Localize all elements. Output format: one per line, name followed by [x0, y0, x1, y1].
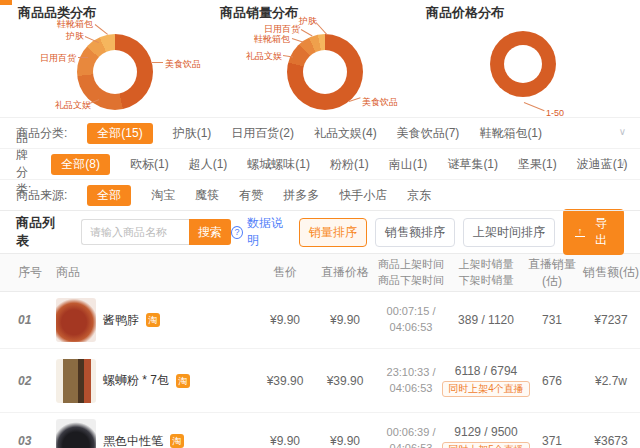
filter-label: 商品来源: [16, 187, 67, 204]
listing-time-cell: 00:07:15 / 04:06:53 [372, 304, 450, 336]
callout-line [152, 62, 163, 63]
table-row[interactable]: 02 螺蛳粉 * 7包 淘 ¥39.90 ¥39.90 23:10:33 / 0… [0, 349, 640, 413]
live-sales-cell: 731 [522, 313, 582, 327]
brand-filter-6[interactable]: 谜草集(1) [447, 156, 498, 173]
brand-filter-2[interactable]: 超人(1) [189, 156, 228, 173]
toolbar-right: 数据说明 销量排序 销售额排序 上架时间排序 导出 [231, 209, 624, 255]
filter-row-category: 商品分类: 全部(15) 护肤(1) 日用百货(2) 礼品文娱(4) 美食饮品(… [0, 118, 640, 149]
data-note-label: 数据说明 [247, 215, 291, 249]
chart2-label-gifts: 礼品文娱 [246, 50, 282, 63]
search-button[interactable]: 搜索 [189, 219, 231, 245]
brand-filter-4[interactable]: 粉粉(1) [330, 156, 369, 173]
chart1-label-daily: 日用百货 [40, 52, 76, 65]
export-icon [575, 227, 585, 237]
col-live-sales: 直播销量(估) [522, 256, 582, 290]
listing-sales-cell: 6118 / 6794 同时上架4个直播 [450, 364, 522, 397]
row-index: 03 [12, 434, 56, 448]
callout-line [283, 55, 293, 57]
price-cell: ¥39.90 [252, 374, 318, 388]
source-filter-pdd[interactable]: 拼多多 [283, 187, 319, 204]
brand-filter-all[interactable]: 全部(8) [51, 154, 110, 175]
source-filter-kuaishou[interactable]: 快手小店 [339, 187, 387, 204]
sales-donut-chart [287, 34, 363, 110]
col-listing-time-on: 商品上架时间 [372, 258, 450, 271]
row-index: 01 [12, 313, 56, 327]
search-input[interactable] [81, 219, 189, 245]
col-price: 售价 [252, 264, 318, 281]
category-filter-gifts[interactable]: 礼品文娱(4) [314, 125, 377, 142]
price-cell: ¥9.90 [252, 434, 318, 448]
chevron-down-icon[interactable] [619, 126, 626, 137]
category-filter-food[interactable]: 美食饮品(7) [397, 125, 460, 142]
live-price-cell: ¥9.90 [318, 434, 372, 448]
category-filter-all[interactable]: 全部(15) [87, 123, 152, 144]
price-chart-title: 商品价格分布 [426, 4, 504, 22]
category-filter-shoes[interactable]: 鞋靴箱包(1) [479, 125, 542, 142]
data-note-link[interactable]: 数据说明 [231, 215, 291, 249]
callout-line [78, 57, 88, 58]
table-row[interactable]: 01 酱鸭脖 淘 ¥9.90 ¥9.90 00:07:15 / 04:06:53… [0, 292, 640, 349]
export-label: 导出 [590, 215, 612, 249]
brand-filter-1[interactable]: 欧标(1) [130, 156, 169, 173]
export-button[interactable]: 导出 [563, 209, 624, 255]
table-header: 序号 商品 售价 直播价格 商品上架时间 商品下架时间 上架时销量 下架时销量 … [0, 253, 640, 292]
live-sales-cell: 371 [522, 434, 582, 448]
taobao-source-icon: 淘 [170, 434, 184, 448]
col-listing-sales: 上架时销量 下架时销量 [450, 258, 522, 286]
sales-chart-title: 商品销量分布 [220, 4, 298, 22]
brand-filter-5[interactable]: 南山(1) [389, 156, 428, 173]
time-off: 04:06:53 [372, 320, 450, 336]
source-filter-jd[interactable]: 京东 [407, 187, 431, 204]
filter-row-brand: 品牌分类: 全部(8) 欧标(1) 超人(1) 螺城螺味(1) 粉粉(1) 南山… [0, 149, 640, 180]
product-name: 黑色中性笔 [103, 433, 163, 448]
donut-hole [93, 50, 137, 94]
time-off: 04:06:53 [372, 441, 450, 448]
product-analytics-page: 商品品类分布 商品销量分布 商品价格分布 鞋靴箱包 护肤 日用百货 礼品文娱 美… [0, 0, 640, 448]
product-cell: 黑色中性笔 淘 [56, 419, 252, 448]
chart2-label-skincare: 护肤 [299, 15, 317, 28]
chevron-down-icon[interactable] [619, 157, 626, 168]
col-sales-off: 下架时销量 [450, 274, 522, 287]
chart1-label-gifts: 礼品文娱 [55, 99, 91, 112]
source-filter-mokuai[interactable]: 魔筷 [195, 187, 219, 204]
live-sales-cell: 676 [522, 374, 582, 388]
chart1-label-skincare: 护肤 [66, 30, 84, 43]
listing-sales-cell: 389 / 1120 [450, 313, 522, 327]
brand-filter-3[interactable]: 螺城螺味(1) [247, 156, 310, 173]
callout-line [316, 22, 327, 35]
source-filter-all[interactable]: 全部 [87, 185, 131, 206]
col-product: 商品 [56, 264, 252, 281]
sales-value: 389 / 1120 [458, 313, 514, 327]
col-listing-time-off: 商品下架时间 [372, 274, 450, 287]
listing-sales-cell: 9129 / 9500 同时上架5个直播 [450, 425, 522, 448]
sort-by-revenue-button[interactable]: 销售额排序 [375, 218, 455, 247]
col-live-price: 直播价格 [318, 264, 372, 281]
category-filter-daily[interactable]: 日用百货(2) [231, 125, 294, 142]
brand-filter-7[interactable]: 坚果(1) [518, 156, 557, 173]
product-image [56, 419, 96, 448]
taobao-source-icon: 淘 [176, 374, 190, 388]
category-filter-skincare[interactable]: 护肤(1) [173, 125, 212, 142]
donut-hole [303, 50, 347, 94]
source-filter-taobao[interactable]: 淘宝 [151, 187, 175, 204]
table-row[interactable]: 03 黑色中性笔 淘 ¥9.90 ¥9.90 00:06:39 / 04:06:… [0, 413, 640, 448]
source-filter-youzan[interactable]: 有赞 [239, 187, 263, 204]
sort-by-listing-time-button[interactable]: 上架时间排序 [463, 218, 555, 247]
live-price-cell: ¥9.90 [318, 313, 372, 327]
revenue-cell: ¥3673 [582, 434, 640, 448]
chart1-label-food: 美食饮品 [165, 58, 201, 71]
corner-accent-fragment [0, 0, 12, 5]
price-donut-chart [490, 31, 556, 97]
col-index: 序号 [12, 264, 56, 281]
row-index: 02 [12, 374, 56, 388]
col-revenue: 销售额(估) [582, 264, 640, 281]
sales-value: 9129 / 9500 [454, 425, 517, 439]
col-sales-on: 上架时销量 [450, 258, 522, 271]
list-toolbar: 商品列表 搜索 数据说明 销量排序 销售额排序 上架时间排序 导出 [0, 211, 640, 253]
listing-time-cell: 23:10:33 / 04:06:53 [372, 365, 450, 397]
product-cell: 酱鸭脖 淘 [56, 298, 252, 342]
sort-by-sales-button[interactable]: 销量排序 [299, 218, 367, 247]
listing-time-cell: 00:06:39 / 04:06:53 [372, 425, 450, 448]
live-count-tag: 同时上架5个直播 [442, 442, 530, 448]
chart3-label-price-range: 1-50 [546, 108, 564, 118]
